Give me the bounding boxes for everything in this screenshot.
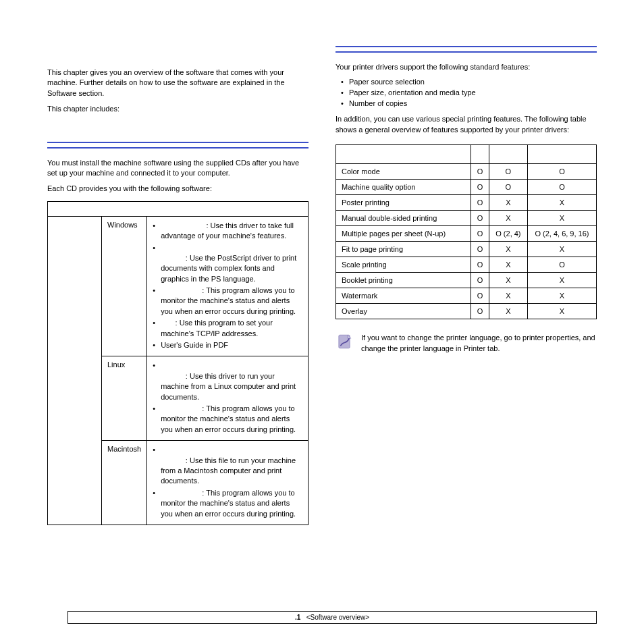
- feature-cell: O: [527, 257, 596, 273]
- table-row: Scale printingOXO: [336, 257, 597, 273]
- os-linux: Linux: [102, 356, 147, 441]
- list-item: Paper source selection: [341, 78, 597, 86]
- feature-cell: O: [471, 211, 489, 226]
- feature-cell: X: [489, 304, 527, 319]
- win-bullet-1: : Use this driver to take full advantage…: [153, 221, 302, 242]
- win-bullet-2: : Use the PostScript driver to print doc…: [153, 243, 302, 285]
- linux-content: : Use this driver to run your machine fr…: [147, 356, 308, 441]
- feature-cell: X: [527, 211, 596, 226]
- section-rule-bottom: [47, 147, 308, 149]
- feature-name: Manual double-sided printing: [336, 211, 471, 226]
- feature-cell: X: [489, 195, 527, 211]
- feature-name: Multiple pages per sheet (N-up): [336, 226, 471, 242]
- supplied-intro: You must install the machine software us…: [47, 158, 308, 179]
- table-row: Poster printingOXX: [336, 195, 597, 211]
- feature-name: Color mode: [336, 164, 471, 180]
- features-table: Color modeOOOMachine quality optionOOOPo…: [336, 144, 597, 319]
- each-cd-intro: Each CD provides you with the following …: [47, 184, 308, 194]
- feature-name: Scale printing: [336, 257, 471, 273]
- feature-cell: O: [471, 164, 489, 180]
- right-column: Your printer drivers support the followi…: [336, 68, 597, 525]
- lin-bullet-1: : Use this driver to run your machine fr…: [153, 360, 302, 402]
- feature-cell: O: [527, 180, 596, 195]
- table-row: WatermarkOXX: [336, 288, 597, 304]
- feature-name: Poster printing: [336, 195, 471, 211]
- feature-cell: O: [471, 242, 489, 257]
- table-row: Manual double-sided printingOXX: [336, 211, 597, 226]
- feature-cell: O: [471, 273, 489, 288]
- section-rule-top-r: [336, 46, 597, 47]
- table-row: Booklet printingOXX: [336, 273, 597, 288]
- os-macintosh: Macintosh: [102, 441, 147, 525]
- feature-cell: O: [471, 226, 489, 242]
- intro-para-1: This chapter gives you an overview of th…: [47, 68, 308, 99]
- section-rule-top: [47, 142, 308, 143]
- windows-content: : Use this driver to take full advantage…: [147, 216, 308, 356]
- feature-cell: O: [489, 164, 527, 180]
- feature-cell: O: [471, 195, 489, 211]
- list-item: Number of copies: [341, 99, 597, 107]
- feature-name: Fit to page printing: [336, 242, 471, 257]
- mac-bullet-1: : Use this file to run your machine from…: [153, 445, 302, 487]
- win-bullet-3: : This program allows you to monitor the…: [153, 286, 302, 317]
- intro-para-2: This chapter includes:: [47, 104, 308, 114]
- section-rule-bottom-r: [336, 51, 597, 53]
- feature-name: Watermark: [336, 288, 471, 304]
- feature-cell: O: [471, 180, 489, 195]
- feature-cell: X: [489, 211, 527, 226]
- mac-bullet-2: : This program allows you to monitor the…: [153, 488, 302, 519]
- table-row: Fit to page printingOXX: [336, 242, 597, 257]
- table-row: Color modeOOO: [336, 164, 597, 180]
- feature-cell: O: [471, 304, 489, 319]
- footer-label: <Software overview>: [306, 614, 369, 621]
- feature-cell: O: [527, 164, 596, 180]
- macintosh-content: : Use this file to run your machine from…: [147, 441, 308, 525]
- page-footer: .1 <Software overview>: [68, 611, 597, 624]
- feature-cell: X: [489, 242, 527, 257]
- feature-cell: X: [527, 242, 596, 257]
- note-row: If you want to change the printer langua…: [336, 333, 597, 354]
- right-intro-1: Your printer drivers support the followi…: [336, 62, 597, 72]
- right-intro-2: In addition, you can use various special…: [336, 114, 597, 135]
- software-cd-table: Windows : Use this driver to take full a…: [47, 201, 308, 525]
- page: This chapter gives you an overview of th…: [0, 0, 644, 644]
- table-row: OverlayOXX: [336, 304, 597, 319]
- win-bullet-5: User's Guide in PDF: [153, 340, 302, 350]
- feature-name: Machine quality option: [336, 180, 471, 195]
- note-icon: [336, 333, 353, 350]
- os-windows: Windows: [102, 216, 147, 356]
- left-column: This chapter gives you an overview of th…: [47, 68, 308, 525]
- table-header-row: [48, 201, 308, 216]
- standard-features-list: Paper source selection Paper size, orien…: [341, 78, 597, 107]
- feature-name: Booklet printing: [336, 273, 471, 288]
- feature-cell: X: [489, 257, 527, 273]
- feature-cell: X: [527, 273, 596, 288]
- feature-cell: O (2, 4, 6, 9, 16): [527, 226, 596, 242]
- table-row: Multiple pages per sheet (N-up)OO (2, 4)…: [336, 226, 597, 242]
- feature-cell: X: [527, 304, 596, 319]
- feature-cell: X: [489, 273, 527, 288]
- feature-name: Overlay: [336, 304, 471, 319]
- features-header-row: [336, 145, 597, 164]
- feature-cell: X: [527, 288, 596, 304]
- table-row-windows: Windows : Use this driver to take full a…: [48, 216, 308, 356]
- win-bullet-4: : Use this program to set your machine's…: [153, 318, 302, 339]
- feature-cell: X: [527, 195, 596, 211]
- lin-bullet-2: : This program allows you to monitor the…: [153, 404, 302, 435]
- note-text: If you want to change the printer langua…: [361, 333, 597, 354]
- feature-cell: O: [471, 257, 489, 273]
- list-item: Paper size, orientation and media type: [341, 88, 597, 97]
- table-row: Machine quality optionOOO: [336, 180, 597, 195]
- feature-cell: O: [471, 288, 489, 304]
- feature-cell: X: [489, 288, 527, 304]
- feature-cell: O: [489, 180, 527, 195]
- feature-cell: O (2, 4): [489, 226, 527, 242]
- columns: This chapter gives you an overview of th…: [47, 68, 597, 525]
- page-number: .1: [295, 614, 300, 621]
